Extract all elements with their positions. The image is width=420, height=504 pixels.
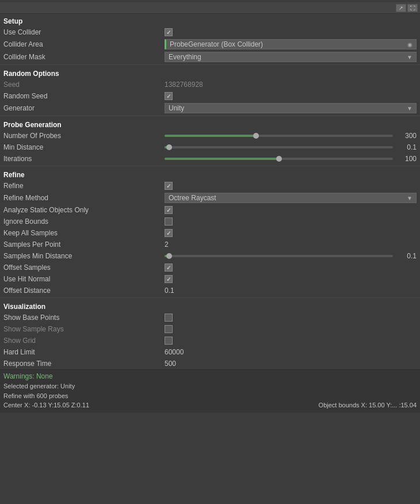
generator-text: Unity (169, 104, 184, 112)
collider-area-label: Collider Area (3, 40, 165, 48)
use-hit-normal-checkbox[interactable] (165, 275, 173, 283)
show-base-points-label: Show Base Points (3, 314, 165, 322)
refine-method-dropdown[interactable]: Octree Raycast ▼ (165, 193, 417, 203)
generator-row: Generator Unity ▼ (0, 102, 420, 114)
offset-distance-row: Offset Distance 0.1 (0, 285, 420, 296)
samples-min-dist-slider[interactable] (165, 255, 393, 257)
collider-area-value: ProbeGenerator (Box Collider) ◉ (165, 39, 417, 49)
ignore-bounds-row: Ignore Bounds (0, 216, 420, 227)
random-options-header: Random Options (0, 66, 420, 79)
iterations-value: 100 (165, 155, 417, 163)
show-base-points-checkbox[interactable] (165, 314, 173, 322)
offset-samples-value (165, 264, 417, 272)
samples-min-dist-label: Samples Min Distance (3, 252, 165, 260)
show-sample-rays-row: Show Sample Rays (0, 323, 420, 335)
min-distance-slider[interactable] (165, 146, 393, 148)
ignore-bounds-value (165, 217, 417, 226)
num-probes-value: 300 (165, 132, 417, 140)
generator-label: Generator (3, 104, 165, 112)
num-probes-slider[interactable] (165, 135, 393, 137)
analyze-static-label: Analyze Static Objects Only (3, 206, 165, 214)
samples-min-dist-row: Samples Min Distance 0.1 (0, 250, 420, 262)
samples-per-point-text: 2 (165, 240, 169, 249)
analyze-static-row: Analyze Static Objects Only (0, 204, 420, 216)
samples-min-dist-value: 0.1 (165, 252, 417, 260)
offset-distance-label: Offset Distance (3, 287, 165, 295)
info-line2: Refine with 600 probes (3, 391, 417, 401)
analyze-static-checkbox[interactable] (165, 206, 173, 214)
min-distance-label: Min Distance (3, 143, 165, 151)
hard-limit-label: Hard Limit (3, 348, 165, 356)
collider-mask-text: Everything (169, 53, 201, 61)
random-seed-label: Random Seed (3, 92, 165, 100)
export-icon[interactable]: ↗ (396, 4, 406, 12)
collider-mask-row: Collider Mask Everything ▼ (0, 51, 420, 63)
seed-number: 1382768928 (165, 81, 203, 89)
iterations-label: Iterations (3, 155, 165, 163)
refine-method-value: Octree Raycast ▼ (165, 193, 417, 203)
keep-all-samples-row: Keep All Samples (0, 227, 420, 239)
show-grid-checkbox[interactable] (165, 337, 173, 345)
info-line4: Object bounds X: 15.00 Y:... :15.04 (319, 400, 417, 410)
offset-distance-value: 0.1 (165, 287, 417, 295)
refine-method-row: Refine Method Octree Raycast ▼ (0, 192, 420, 204)
generator-value: Unity ▼ (165, 103, 417, 113)
iterations-slider-value: 100 (396, 155, 417, 163)
random-seed-row: Random Seed (0, 90, 420, 102)
use-collider-label: Use Collider (3, 28, 165, 36)
show-sample-rays-checkbox[interactable] (165, 325, 173, 333)
ignore-bounds-checkbox[interactable] (165, 217, 173, 226)
show-base-points-value (165, 314, 417, 322)
collider-area-dropdown[interactable]: ProbeGenerator (Box Collider) ◉ (165, 39, 417, 49)
use-collider-checkbox[interactable] (165, 28, 173, 36)
keep-all-samples-checkbox[interactable] (165, 229, 173, 237)
collider-area-row: Collider Area ProbeGenerator (Box Collid… (0, 38, 420, 51)
refine-method-text: Octree Raycast (169, 194, 216, 202)
iterations-slider[interactable] (165, 158, 393, 160)
refine-checkbox[interactable] (165, 182, 173, 190)
probe-generation-header: Probe Generation (0, 117, 420, 130)
hard-limit-value: 60000 (165, 348, 417, 356)
show-grid-value (165, 337, 417, 345)
keep-all-samples-label: Keep All Samples (3, 229, 165, 237)
samples-min-dist-slider-value: 0.1 (396, 252, 417, 260)
seed-row: Seed 1382768928 (0, 79, 420, 90)
samples-min-dist-slider-container: 0.1 (165, 252, 417, 260)
info-line1: Selected generator: Unity (3, 381, 417, 391)
fullscreen-icon[interactable]: ⛶ (407, 4, 418, 12)
random-seed-checkbox[interactable] (165, 92, 173, 100)
min-distance-slider-value: 0.1 (396, 143, 417, 151)
info-line3: Center X: -0.13 Y:15.05 Z:0.11 (3, 400, 89, 410)
generator-dropdown[interactable]: Unity ▼ (165, 103, 417, 113)
min-distance-row: Min Distance 0.1 (0, 142, 420, 153)
main-panel: ↗ ⛶ Setup Use Collider Collider Area Pro… (0, 0, 420, 415)
hard-limit-text: 60000 (165, 348, 184, 356)
collider-mask-label: Collider Mask (3, 53, 165, 61)
use-hit-normal-row: Use Hit Normal (0, 273, 420, 285)
collider-mask-dropdown[interactable]: Everything ▼ (165, 52, 417, 62)
bottom-bar: Warnings: None Selected generator: Unity… (0, 369, 420, 413)
generator-arrow: ▼ (407, 105, 413, 112)
use-collider-row: Use Collider (0, 26, 420, 38)
num-probes-row: Number Of Probes 300 (0, 130, 420, 142)
show-sample-rays-value (165, 325, 417, 333)
refine-method-label: Refine Method (3, 194, 165, 202)
refine-label: Refine (3, 182, 165, 190)
collider-area-text: ProbeGenerator (Box Collider) (170, 40, 263, 48)
keep-all-samples-value (165, 229, 417, 237)
random-seed-value (165, 92, 417, 100)
seed-value: 1382768928 (165, 81, 417, 89)
offset-samples-checkbox[interactable] (165, 264, 173, 272)
top-bar: ↗ ⛶ (0, 2, 420, 14)
refine-header: Refine (0, 167, 420, 180)
offset-distance-text: 0.1 (165, 287, 174, 295)
response-time-label: Response Time (3, 360, 165, 368)
iterations-row: Iterations 100 (0, 153, 420, 165)
ignore-bounds-label: Ignore Bounds (3, 217, 165, 226)
min-distance-value: 0.1 (165, 143, 417, 151)
response-time-value: 500 (165, 360, 417, 368)
num-probes-slider-container: 300 (165, 132, 417, 140)
offset-samples-row: Offset Samples (0, 262, 420, 273)
show-grid-label: Show Grid (3, 337, 165, 345)
setup-header: Setup (0, 14, 420, 26)
